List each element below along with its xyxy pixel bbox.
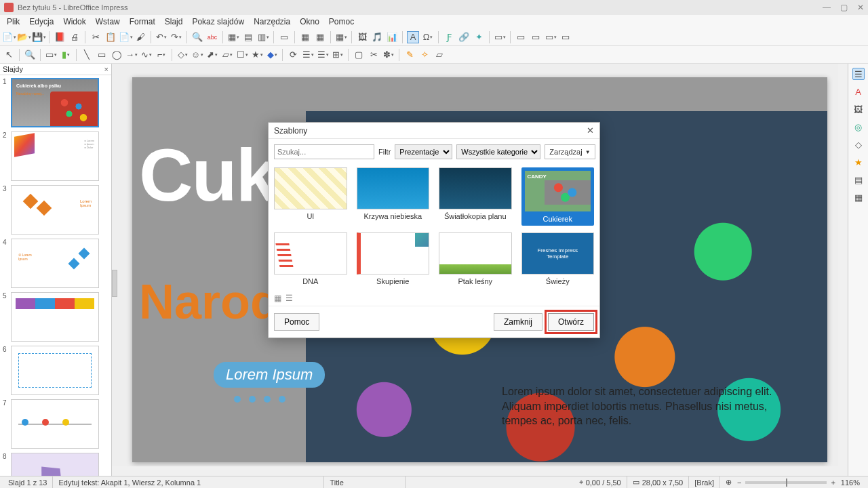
templates-grid: UlKrzywa niebieskaŚwiatłokopia planuCuki… [269,162,599,291]
template-name: Krzywa niebieska [357,212,430,220]
manage-button[interactable]: Zarządzaj▼ [545,144,595,159]
template-świeży[interactable]: Świeży [521,232,595,285]
template-thumb [274,167,347,209]
template-search-input[interactable] [274,144,374,159]
list-view-icon[interactable]: ☰ [285,293,293,303]
open-button[interactable]: Otwórz [548,313,594,331]
template-name: Ptak leśny [439,277,512,285]
template-name: DNA [274,277,347,285]
template-skupienie[interactable]: Skupienie [357,232,430,285]
template-thumb [439,167,512,209]
filter-category-select[interactable]: Wszystkie kategorie [456,144,540,159]
template-thumb [521,232,595,274]
template-name: Skupienie [357,277,430,285]
template-name: Cukierek [524,215,592,223]
template-thumb [357,232,430,274]
template-name: Świeży [521,277,595,285]
templates-dialog: Szablony ✕ Filtr Prezentacje Wszystkie k… [268,122,600,338]
template-thumb [524,170,592,212]
template-dna[interactable]: DNA [274,232,347,285]
template-krzywa-niebieska[interactable]: Krzywa niebieska [357,167,430,226]
help-button[interactable]: Pomoc [274,313,319,331]
dialog-close-icon[interactable]: ✕ [587,125,594,136]
template-name: Światłokopia planu [439,212,512,220]
template-ul[interactable]: Ul [274,167,347,226]
template-thumb [357,167,430,209]
filter-label: Filtr [378,148,391,156]
close-button[interactable]: Zamknij [494,313,542,331]
template-name: Ul [274,212,347,220]
template-thumb [274,232,347,274]
template-thumb [439,232,512,274]
filter-type-select[interactable]: Prezentacje [395,144,452,159]
grid-view-icon[interactable]: ▦ [274,293,281,303]
template-cukierek[interactable]: Cukierek [521,167,595,226]
template-światłokopia-planu[interactable]: Światłokopia planu [439,167,512,226]
dialog-overlay: Szablony ✕ Filtr Prezentacje Wszystkie k… [0,0,868,488]
template-ptak-leśny[interactable]: Ptak leśny [439,232,512,285]
dialog-title: Szablony [274,126,307,136]
